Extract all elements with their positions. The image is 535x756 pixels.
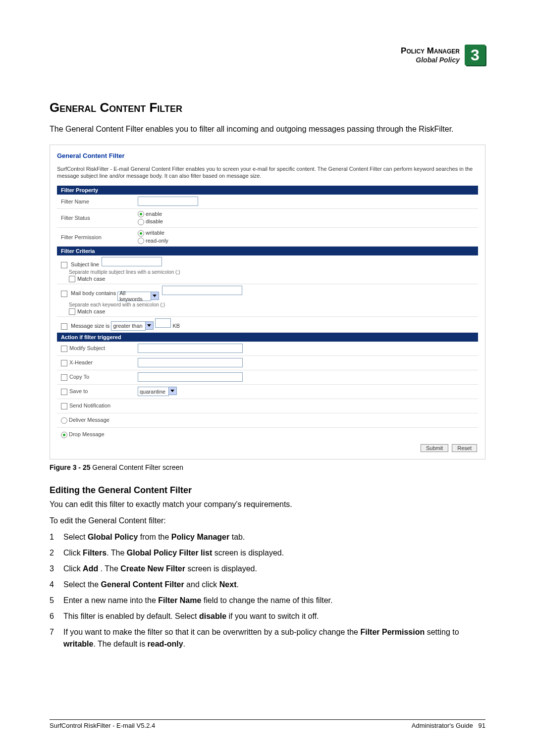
step-text: Select the General Content Filter and cl… [63,579,485,591]
step-text: Click Filters. The Global Policy Filter … [63,547,485,559]
row-xheader: X-Header [57,356,478,370]
figure-label: Figure 3 - 25 [50,463,90,471]
row-copy-to: Copy To [57,370,478,385]
radio-deliver[interactable] [61,417,67,424]
chevron-down-icon[interactable] [151,292,159,300]
label-copy-to: Copy To [69,374,89,380]
step-6: 6This filter is enabled by default. Sele… [50,610,485,622]
modify-subject-input[interactable] [138,344,243,353]
band-action: Action if filter triggered [57,333,478,342]
msg-size-input[interactable] [155,318,171,328]
header-subtitle: Global Policy [401,56,460,64]
step-num: 7 [50,626,63,650]
criteria-subject: Subject line Separate multiple subject l… [57,255,478,284]
check-modify-subject[interactable] [61,346,67,352]
label-subject-line: Subject line [71,261,99,267]
footer-right: Administrator's Guide 91 [412,722,485,729]
check-send-notif[interactable] [61,403,67,409]
step-text: Enter a new name into the Filter Name fi… [63,595,485,606]
button-bar: Submit Reset [57,442,478,452]
mail-body-select[interactable]: All keywords [117,292,151,301]
page-number: 91 [479,722,485,729]
msg-size-select[interactable]: greater than [111,321,146,331]
section-title: General Content Filter [50,100,485,115]
screenshot-figure: General Content Filter SurfControl RiskF… [50,145,485,459]
label-filter-permission: Filter Permission [61,234,138,240]
copy-to-input[interactable] [138,372,243,382]
row-send-notif: Send Notification [57,399,478,413]
step-text: This filter is enabled by default. Selec… [63,610,485,622]
label-modify-subject: Modify Subject [69,345,105,351]
step-2: 2Click Filters. The Global Policy Filter… [50,547,485,559]
label-filter-status: Filter Status [61,215,138,221]
step-text: Select Global Policy from the Policy Man… [63,531,485,543]
step-num: 1 [50,531,63,543]
para-1: You can edit this filter to exactly matc… [50,499,485,510]
chevron-down-icon[interactable] [145,321,154,330]
chapter-badge: 3 [465,45,485,65]
chevron-down-icon[interactable] [168,387,177,395]
step-3: 3Click Add . The Create New Filter scree… [50,563,485,575]
mail-body-select-value: All keywords [119,290,149,302]
step-text: Click Add . The Create New Filter screen… [63,563,485,575]
check-subject-line[interactable] [61,262,67,268]
label-kb: KB [173,323,180,329]
criteria-msg-size: Message size is greater than KB [57,317,478,333]
subsection-title: Editing the General Content Filter [50,485,485,496]
step-num: 3 [50,563,63,575]
page: Policy Manager Global Policy 3 General C… [0,0,535,756]
label-msg-size: Message size is [71,323,109,329]
label-drop: Drop Message [69,431,105,437]
radio-enable[interactable] [138,211,144,217]
check-match-case-body[interactable] [69,308,75,315]
row-deliver: Deliver Message [57,413,478,428]
check-match-case-subject[interactable] [69,276,75,282]
figure-text: General Content Filter screen [90,463,183,471]
check-copy-to[interactable] [61,374,67,381]
label-enable: enable [146,211,162,217]
label-save-to: Save to [69,388,88,394]
subject-line-input[interactable] [102,257,162,266]
mail-body-input[interactable] [162,286,242,295]
save-to-select-value: quarantine [140,389,165,395]
note-sep-keyword: Separate each keyword with a semicolon (… [69,302,474,307]
step-1: 1Select Global Policy from the Policy Ma… [50,531,485,543]
criteria-mail-body: Mail body contains All keywords Separate… [57,284,478,317]
reset-button[interactable]: Reset [452,444,477,452]
xheader-input[interactable] [138,358,243,367]
check-mail-body[interactable] [61,291,67,297]
step-num: 6 [50,610,63,622]
section-intro: The General Content Filter enables you t… [50,123,485,135]
footer-left: SurfControl RiskFilter - E-mail V5.2.4 [50,722,155,729]
label-match-case-2: Match case [77,308,105,314]
page-footer: SurfControl RiskFilter - E-mail V5.2.4 A… [50,719,485,729]
step-5: 5Enter a new name into the Filter Name f… [50,595,485,606]
label-send-notif: Send Notification [69,403,110,408]
band-filter-property: Filter Property [57,186,478,195]
check-msg-size[interactable] [61,323,67,330]
shot-desc: SurfControl RiskFilter - E-mail General … [57,165,478,180]
check-xheader[interactable] [61,360,67,366]
header-title: Policy Manager [401,46,460,56]
row-modify-subject: Modify Subject [57,342,478,356]
steps-list: 1Select Global Policy from the Policy Ma… [50,531,485,650]
radio-disable[interactable] [138,219,144,225]
submit-button[interactable]: Submit [421,444,448,452]
msg-size-select-value: greater than [113,323,142,329]
shot-title: General Content Filter [57,152,478,159]
note-sep-subject: Separate multiple subject lines with a s… [69,269,474,275]
radio-drop[interactable] [61,432,67,438]
radio-writable[interactable] [138,230,144,237]
save-to-select[interactable]: quarantine [138,387,169,396]
band-filter-criteria: Filter Criteria [57,247,478,255]
figure-caption: Figure 3 - 25 General Content Filter scr… [50,463,485,471]
check-save-to[interactable] [61,389,67,395]
filter-name-input[interactable] [138,197,198,206]
row-filter-status: Filter Status enable disable [57,209,478,228]
step-4: 4Select the General Content Filter and c… [50,579,485,591]
row-drop: Drop Message [57,428,478,442]
radio-readonly[interactable] [138,238,144,244]
label-deliver: Deliver Message [69,417,109,423]
header-text: Policy Manager Global Policy [401,46,460,64]
step-7: 7If you want to make the filter so that … [50,626,485,650]
